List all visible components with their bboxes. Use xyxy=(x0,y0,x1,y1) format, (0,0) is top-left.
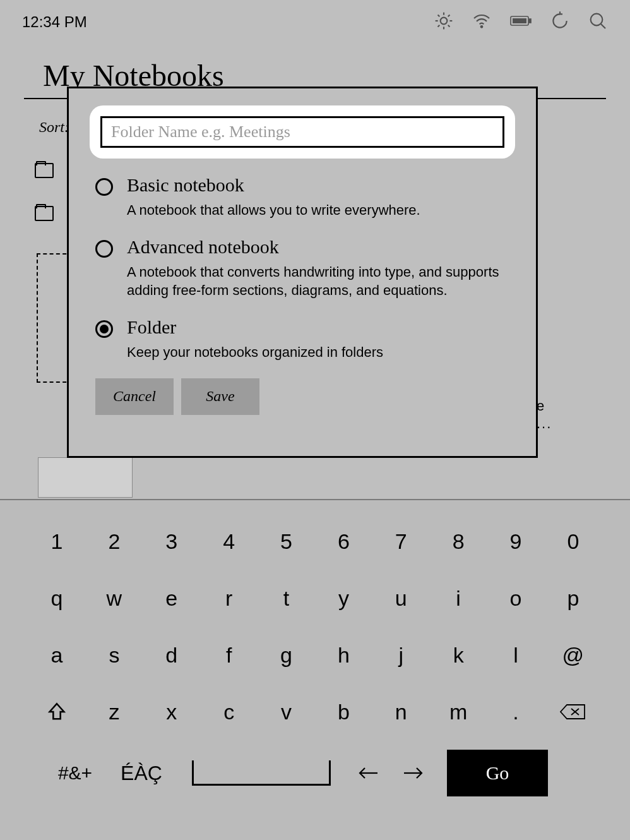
create-dialog: Basic notebook A notebook that allows yo… xyxy=(67,87,538,458)
sync-icon[interactable] xyxy=(550,11,570,33)
key-m[interactable]: m xyxy=(439,693,477,731)
svg-line-14 xyxy=(601,24,605,28)
folder-icon xyxy=(35,206,54,221)
option-folder[interactable]: Folder Keep your notebooks organized in … xyxy=(92,316,513,362)
radio-icon xyxy=(95,240,113,258)
svg-rect-12 xyxy=(513,18,526,23)
key-1[interactable]: 1 xyxy=(38,522,76,560)
key-z[interactable]: z xyxy=(95,693,133,731)
svg-point-0 xyxy=(441,18,448,25)
key-6[interactable]: 6 xyxy=(324,522,362,560)
folder-icon xyxy=(35,163,54,178)
key-r[interactable]: r xyxy=(210,579,248,617)
brightness-icon[interactable] xyxy=(434,11,454,33)
svg-rect-11 xyxy=(529,19,531,23)
option-desc: A notebook that converts handwriting int… xyxy=(127,263,513,300)
key-k[interactable]: k xyxy=(439,636,477,674)
key-go[interactable]: Go xyxy=(447,750,548,796)
key-9[interactable]: 9 xyxy=(497,522,535,560)
key-f[interactable]: f xyxy=(210,636,248,674)
key-arrow-left[interactable] xyxy=(350,754,388,792)
key-b[interactable]: b xyxy=(324,693,362,731)
key-g[interactable]: g xyxy=(268,636,306,674)
keyboard-row-asdf: a s d f g h j k l @ xyxy=(0,636,630,674)
keyboard-row-bottom: #&+ ÉÀÇ Go xyxy=(0,750,630,796)
key-7[interactable]: 7 xyxy=(382,522,420,560)
key-s[interactable]: s xyxy=(95,636,133,674)
status-bar: 12:34 PM xyxy=(0,0,630,44)
key-shift[interactable] xyxy=(38,693,76,731)
svg-point-13 xyxy=(591,14,603,26)
option-desc: A notebook that allows you to write ever… xyxy=(127,201,513,220)
svg-line-5 xyxy=(438,15,440,17)
option-title: Folder xyxy=(127,316,513,338)
battery-icon[interactable] xyxy=(509,13,532,31)
key-5[interactable]: 5 xyxy=(268,522,306,560)
key-a[interactable]: a xyxy=(38,636,76,674)
bg-partial-text: ... xyxy=(537,416,552,432)
keyboard-row-zxcv: z x c v b n m . xyxy=(0,693,630,731)
key-n[interactable]: n xyxy=(382,693,420,731)
key-h[interactable]: h xyxy=(324,636,362,674)
svg-line-7 xyxy=(438,25,440,27)
key-x[interactable]: x xyxy=(153,693,191,731)
option-title: Advanced notebook xyxy=(127,236,513,258)
search-icon[interactable] xyxy=(588,11,608,33)
key-w[interactable]: w xyxy=(95,579,133,617)
wifi-icon[interactable] xyxy=(472,11,492,33)
key-d[interactable]: d xyxy=(153,636,191,674)
cancel-button[interactable]: Cancel xyxy=(95,378,174,415)
option-title: Basic notebook xyxy=(127,174,513,196)
radio-icon xyxy=(95,320,113,338)
svg-point-9 xyxy=(481,26,483,28)
key-space[interactable] xyxy=(192,760,331,786)
notebook-thumbnail[interactable] xyxy=(38,457,133,498)
key-8[interactable]: 8 xyxy=(439,522,477,560)
key-backspace[interactable] xyxy=(554,693,592,731)
key-symbols[interactable]: #&+ xyxy=(47,754,104,792)
key-period[interactable]: . xyxy=(497,693,535,731)
key-p[interactable]: p xyxy=(554,579,592,617)
option-basic-notebook[interactable]: Basic notebook A notebook that allows yo… xyxy=(92,174,513,220)
key-2[interactable]: 2 xyxy=(95,522,133,560)
key-j[interactable]: j xyxy=(382,636,420,674)
key-l[interactable]: l xyxy=(497,636,535,674)
key-arrow-right[interactable] xyxy=(394,754,432,792)
key-t[interactable]: t xyxy=(268,579,306,617)
key-e[interactable]: e xyxy=(153,579,191,617)
sort-label: Sort: xyxy=(39,119,69,136)
svg-line-6 xyxy=(448,25,450,27)
folder-name-input[interactable] xyxy=(100,116,504,148)
keyboard-row-qwerty: q w e r t y u i o p xyxy=(0,579,630,617)
save-button[interactable]: Save xyxy=(181,378,259,415)
key-c[interactable]: c xyxy=(210,693,248,731)
key-q[interactable]: q xyxy=(38,579,76,617)
option-desc: Keep your notebooks organized in folders xyxy=(127,343,513,362)
key-v[interactable]: v xyxy=(268,693,306,731)
svg-line-8 xyxy=(448,15,450,17)
key-3[interactable]: 3 xyxy=(153,522,191,560)
key-0[interactable]: 0 xyxy=(554,522,592,560)
status-time: 12:34 PM xyxy=(22,13,87,31)
key-4[interactable]: 4 xyxy=(210,522,248,560)
option-advanced-notebook[interactable]: Advanced notebook A notebook that conver… xyxy=(92,236,513,300)
key-accents[interactable]: ÉÀÇ xyxy=(110,754,173,792)
radio-icon xyxy=(95,178,113,196)
key-i[interactable]: i xyxy=(439,579,477,617)
status-icons xyxy=(434,11,608,33)
input-highlight xyxy=(92,107,513,157)
on-screen-keyboard: 1 2 3 4 5 6 7 8 9 0 q w e r t y u i o p … xyxy=(0,499,630,840)
keyboard-row-numbers: 1 2 3 4 5 6 7 8 9 0 xyxy=(0,522,630,560)
key-u[interactable]: u xyxy=(382,579,420,617)
key-o[interactable]: o xyxy=(497,579,535,617)
key-y[interactable]: y xyxy=(324,579,362,617)
key-at[interactable]: @ xyxy=(554,636,592,674)
